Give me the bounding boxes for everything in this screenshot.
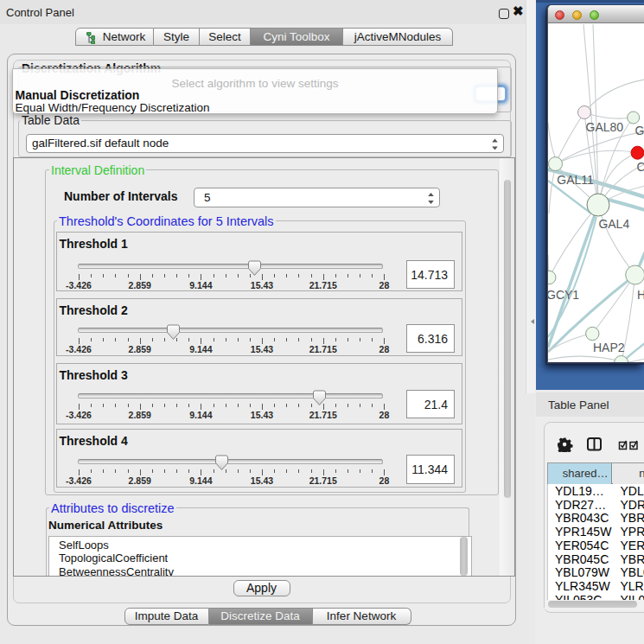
svg-text:GAL11: GAL11 [557, 173, 594, 187]
svg-text:GCY1: GCY1 [548, 288, 579, 302]
svg-text:H: H [637, 288, 644, 302]
svg-text:GA: GA [635, 124, 644, 137]
svg-text:GAL4: GAL4 [598, 217, 629, 231]
svg-text:GAL80: GAL80 [586, 120, 624, 134]
svg-text:HAP2: HAP2 [593, 341, 625, 354]
svg-text:C: C [637, 160, 644, 174]
